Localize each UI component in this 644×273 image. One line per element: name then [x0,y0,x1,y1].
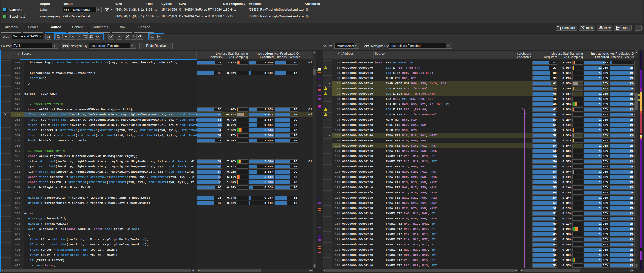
svg-text:p: p [47,36,49,38]
